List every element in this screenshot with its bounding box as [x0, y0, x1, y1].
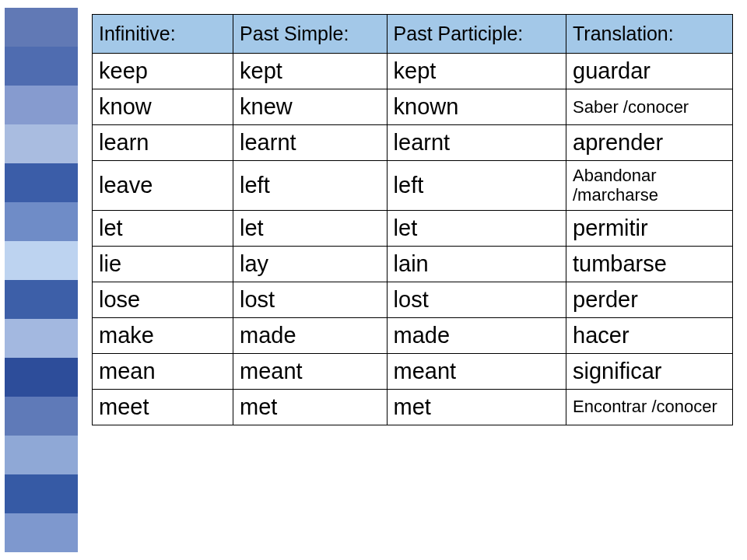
cell-past-simple: made	[233, 317, 388, 353]
stripe	[5, 513, 78, 552]
cell-infinitive: make	[93, 317, 233, 353]
cell-past-simple: met	[233, 389, 388, 425]
cell-past-simple: lay	[233, 246, 388, 282]
cell-infinitive: know	[93, 89, 233, 125]
cell-past-participle: met	[387, 389, 566, 425]
cell-past-participle: learnt	[387, 125, 566, 161]
cell-infinitive: lose	[93, 282, 233, 317]
cell-past-participle: known	[387, 89, 566, 125]
cell-infinitive: leave	[93, 161, 233, 211]
stripe	[5, 280, 78, 319]
stripe	[5, 124, 78, 163]
cell-past-simple: meant	[233, 353, 388, 389]
stripe	[5, 47, 78, 86]
stripe	[5, 397, 78, 436]
stripe	[5, 319, 78, 358]
table-row: makemademadehacer	[93, 317, 733, 353]
cell-translation: significar	[566, 353, 733, 389]
cell-translation: tumbarse	[566, 246, 733, 282]
cell-past-participle: lost	[387, 282, 566, 317]
table-row: lielaylaintumbarse	[93, 246, 733, 282]
cell-translation: permitir	[566, 210, 733, 246]
cell-past-simple: left	[233, 161, 388, 211]
stripe	[5, 241, 78, 280]
cell-infinitive: learn	[93, 125, 233, 161]
stripe	[5, 163, 78, 202]
cell-translation: hacer	[566, 317, 733, 353]
cell-past-participle: kept	[387, 54, 566, 89]
verb-table: Infinitive: Past Simple: Past Participle…	[92, 14, 733, 425]
cell-past-simple: kept	[233, 54, 388, 89]
cell-translation: Saber /conocer	[566, 89, 733, 125]
decorative-sidebar	[0, 0, 78, 560]
cell-translation: Abandonar /marcharse	[566, 161, 733, 211]
table-row: keepkeptkeptguardar	[93, 54, 733, 89]
stripe	[5, 358, 78, 397]
header-infinitive: Infinitive:	[93, 15, 233, 54]
cell-past-participle: meant	[387, 353, 566, 389]
cell-past-participle: let	[387, 210, 566, 246]
cell-past-participle: left	[387, 161, 566, 211]
cell-past-participle: made	[387, 317, 566, 353]
cell-translation: Encontrar /conocer	[566, 389, 733, 425]
stripe	[5, 474, 78, 513]
cell-infinitive: lie	[93, 246, 233, 282]
header-past-participle: Past Participle:	[387, 15, 566, 54]
table-row: learnlearntlearntaprender	[93, 125, 733, 161]
content-area: Infinitive: Past Simple: Past Participle…	[78, 0, 747, 560]
cell-infinitive: mean	[93, 353, 233, 389]
table-row: knowknewknownSaber /conocer	[93, 89, 733, 125]
table-row: leaveleftleftAbandonar /marcharse	[93, 161, 733, 211]
cell-translation: perder	[566, 282, 733, 317]
cell-infinitive: let	[93, 210, 233, 246]
cell-past-simple: lost	[233, 282, 388, 317]
table-row: meetmetmetEncontrar /conocer	[93, 389, 733, 425]
stripe	[5, 8, 78, 47]
stripe	[5, 86, 78, 124]
cell-past-simple: let	[233, 210, 388, 246]
cell-past-simple: knew	[233, 89, 388, 125]
table-header-row: Infinitive: Past Simple: Past Participle…	[93, 15, 733, 54]
cell-past-participle: lain	[387, 246, 566, 282]
table-row: letletletpermitir	[93, 210, 733, 246]
stripe	[5, 436, 78, 474]
cell-infinitive: meet	[93, 389, 233, 425]
table-row: meanmeantmeantsignificar	[93, 353, 733, 389]
cell-past-simple: learnt	[233, 125, 388, 161]
header-past-simple: Past Simple:	[233, 15, 388, 54]
header-translation: Translation:	[566, 15, 733, 54]
cell-infinitive: keep	[93, 54, 233, 89]
table-row: loselostlostperder	[93, 282, 733, 317]
cell-translation: guardar	[566, 54, 733, 89]
cell-translation: aprender	[566, 125, 733, 161]
stripe	[5, 202, 78, 241]
